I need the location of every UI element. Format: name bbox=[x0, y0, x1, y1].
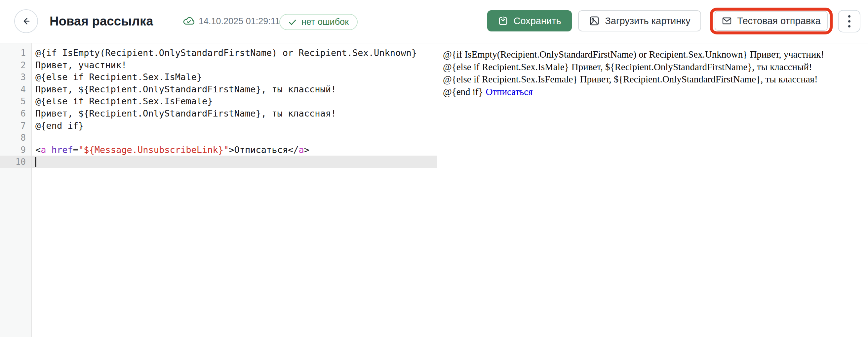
code-token: a bbox=[299, 145, 304, 155]
status-badge: нет ошибок bbox=[279, 14, 358, 30]
code-token: < bbox=[35, 145, 41, 155]
code-line[interactable] bbox=[35, 132, 417, 144]
last-saved-timestamp: 14.10.2025 01:29:11 bbox=[199, 0, 280, 43]
line-number: 7 bbox=[0, 120, 31, 132]
more-actions-button[interactable] bbox=[838, 10, 860, 32]
unsubscribe-link[interactable]: Отписаться bbox=[486, 86, 532, 97]
line-number: 4 bbox=[0, 83, 31, 96]
code-line[interactable]: Привет, ${Recipient.OnlyStandardFirstNam… bbox=[35, 108, 417, 120]
code-token: > bbox=[304, 145, 309, 155]
save-icon bbox=[498, 16, 508, 26]
code-token: = bbox=[73, 145, 78, 155]
status-badge-label: нет ошибок bbox=[302, 17, 349, 27]
line-number: 2 bbox=[0, 59, 31, 72]
code-line-active[interactable] bbox=[35, 156, 417, 168]
cloud-check-icon bbox=[182, 15, 196, 27]
back-button[interactable] bbox=[14, 9, 38, 33]
preview-end-if-text: @{end if} bbox=[443, 86, 483, 97]
line-numbers: 1 2 3 4 5 6 7 8 9 10 bbox=[0, 44, 31, 168]
page-title: Новая рассылка bbox=[50, 0, 153, 43]
code-line[interactable]: <a href="${Message.UnsubscribeLink}">Отп… bbox=[35, 144, 417, 156]
line-number: 6 bbox=[0, 108, 31, 120]
code-token: > bbox=[229, 145, 234, 155]
code-token: a bbox=[41, 145, 46, 155]
line-number: 5 bbox=[0, 95, 31, 108]
mail-icon bbox=[721, 16, 732, 26]
line-number: 8 bbox=[0, 132, 31, 144]
line-number: 9 bbox=[0, 144, 31, 156]
test-send-button-label: Тестовая отправка bbox=[737, 16, 820, 27]
code-line[interactable]: Привет, участник! bbox=[35, 59, 417, 72]
preview-line: @{end if}Отписаться bbox=[443, 86, 868, 98]
code-token: href bbox=[52, 145, 73, 155]
code-editor-pane[interactable]: 1 2 3 4 5 6 7 8 9 10 @{if IsEmpty(Recipi… bbox=[0, 44, 437, 337]
upload-image-button[interactable]: Загрузить картинку bbox=[578, 10, 701, 31]
code-line[interactable]: @{else if Recipient.Sex.IsFemale} bbox=[35, 95, 417, 108]
save-button[interactable]: Сохранить bbox=[487, 10, 572, 31]
code-token: "${Message.UnsubscribeLink}" bbox=[78, 145, 229, 155]
kebab-menu-icon bbox=[848, 15, 850, 27]
code-token bbox=[46, 145, 52, 155]
save-button-label: Сохранить bbox=[513, 16, 561, 27]
check-icon bbox=[288, 18, 297, 27]
preview-line: @{else if Recipient.Sex.IsMale} Привет, … bbox=[443, 61, 868, 74]
arrow-left-icon bbox=[20, 15, 32, 27]
preview-line: @{else if Recipient.Sex.IsFemale} Привет… bbox=[443, 73, 868, 86]
header: Новая рассылка 14.10.2025 01:29:11 нет о… bbox=[0, 0, 868, 44]
code-line[interactable]: @{if IsEmpty(Recipient.OnlyStandardFirst… bbox=[35, 47, 417, 59]
preview-pane: @{if IsEmpty(Recipient.OnlyStandardFirst… bbox=[443, 44, 868, 337]
code-token: </ bbox=[288, 145, 299, 155]
gutter-divider bbox=[31, 44, 32, 337]
code-token: Отписаться bbox=[235, 145, 288, 155]
code-line[interactable]: @{else if Recipient.Sex.IsMale} bbox=[35, 71, 417, 83]
code-line[interactable]: Привет, ${Recipient.OnlyStandardFirstNam… bbox=[35, 83, 417, 96]
upload-image-button-label: Загрузить картинку bbox=[605, 16, 690, 27]
line-number: 10 bbox=[0, 156, 31, 168]
code-area[interactable]: @{if IsEmpty(Recipient.OnlyStandardFirst… bbox=[35, 44, 417, 168]
test-send-button[interactable]: Тестовая отправка bbox=[715, 11, 828, 31]
line-number: 3 bbox=[0, 71, 31, 83]
preview-line: @{if IsEmpty(Recipient.OnlyStandardFirst… bbox=[443, 48, 868, 61]
text-cursor bbox=[35, 157, 36, 167]
image-icon bbox=[589, 15, 600, 27]
code-line[interactable]: @{end if} bbox=[35, 120, 417, 132]
line-number: 1 bbox=[0, 47, 31, 59]
